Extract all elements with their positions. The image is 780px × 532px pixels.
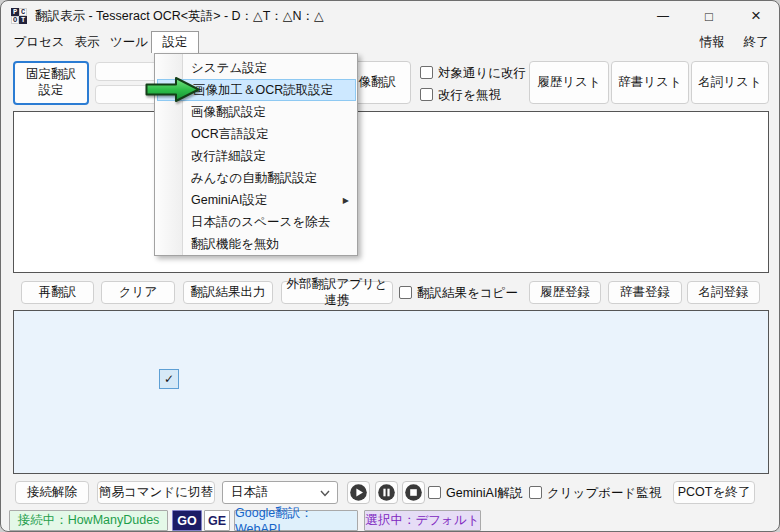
icon-letter-p: P bbox=[11, 8, 19, 16]
quit-pcot-button[interactable]: PCOTを終了 bbox=[673, 481, 755, 504]
minimize-button[interactable]: — bbox=[640, 1, 686, 31]
menu-item-ocr-language-settings[interactable]: OCR言語設定 bbox=[156, 123, 356, 145]
menu-item-linebreak-settings[interactable]: 改行詳細設定 bbox=[156, 145, 356, 167]
maximize-button[interactable]: □ bbox=[686, 1, 732, 31]
menu-item-label: システム設定 bbox=[191, 60, 267, 77]
menu-process[interactable]: プロセス bbox=[13, 31, 65, 53]
connection-status-badge: 接続中：HowManyDudes bbox=[9, 510, 168, 531]
icon-letter-c: C bbox=[19, 8, 27, 16]
dictionary-register-label: 辞書登録 bbox=[620, 285, 670, 301]
menu-bar: プロセス 表示 ツール 設定 情報 終了 bbox=[1, 31, 779, 53]
simple-command-button[interactable]: 簡易コマンドに切替 bbox=[97, 481, 215, 504]
title-bar: P C O T 翻訳表示 - Tesseract OCR<英語> - D：△T：… bbox=[1, 1, 779, 31]
selection-status-badge: 選択中：デフォルト bbox=[364, 510, 481, 531]
play-icon bbox=[350, 484, 367, 501]
clear-button[interactable]: クリア bbox=[101, 281, 175, 304]
menu-settings[interactable]: 設定 bbox=[151, 31, 199, 53]
menu-item-remove-japanese-spaces[interactable]: ✓ 日本語のスペースを除去 bbox=[156, 211, 356, 233]
clipboard-watch-checkbox[interactable] bbox=[529, 486, 542, 499]
output-result-button[interactable]: 翻訳結果出力 bbox=[183, 281, 273, 304]
history-list-button[interactable]: 履歴リスト bbox=[529, 61, 609, 104]
play-button[interactable] bbox=[347, 481, 370, 504]
simple-command-label: 簡易コマンドに切替 bbox=[99, 485, 213, 501]
language-select-value: 日本語 bbox=[231, 484, 269, 501]
noun-register-button[interactable]: 名詞登録 bbox=[687, 281, 760, 304]
submenu-arrow-icon: ▶ bbox=[343, 196, 349, 205]
fixed-translation-settings-button[interactable]: 固定翻訳 設定 bbox=[13, 61, 89, 105]
menu-tool[interactable]: ツール bbox=[107, 31, 151, 53]
menu-item-label: OCR言語設定 bbox=[191, 126, 269, 143]
clear-label: クリア bbox=[119, 285, 157, 301]
translator-status-badge: Google翻訳：WebAPI bbox=[234, 510, 358, 531]
ignore-newline-label[interactable]: 改行を無視 bbox=[438, 87, 501, 104]
wrap-as-target-checkbox[interactable] bbox=[420, 66, 433, 79]
disconnect-label: 接続解除 bbox=[27, 485, 77, 501]
dictionary-register-button[interactable]: 辞書登録 bbox=[608, 281, 682, 304]
icon-letter-t: T bbox=[19, 16, 27, 24]
disconnect-button[interactable]: 接続解除 bbox=[15, 481, 89, 504]
menu-exit[interactable]: 終了 bbox=[737, 31, 775, 53]
menu-item-label: 画像加工＆OCR読取設定 bbox=[193, 82, 333, 99]
pause-icon bbox=[378, 484, 395, 501]
quit-pcot-label: PCOTを終了 bbox=[678, 485, 751, 501]
window-title: 翻訳表示 - Tesseract OCR<英語> - D：△T：△N：△ bbox=[35, 1, 324, 31]
noun-register-label: 名詞登録 bbox=[699, 285, 749, 301]
retranslate-label: 再翻訳 bbox=[39, 285, 77, 301]
gemini-commentary-label[interactable]: GeminiAI解説 bbox=[446, 485, 522, 502]
dictionary-list-button[interactable]: 辞書リスト bbox=[611, 61, 689, 104]
menu-item-label: GeminiAI設定 bbox=[191, 192, 267, 209]
go-toggle-badge[interactable]: GO bbox=[172, 510, 202, 531]
noun-list-button[interactable]: 名詞リスト bbox=[691, 61, 769, 104]
history-list-label: 履歴リスト bbox=[537, 75, 600, 91]
retranslate-button[interactable]: 再翻訳 bbox=[21, 281, 94, 304]
menu-item-gemini-ai-settings[interactable]: GeminiAI設定 ▶ bbox=[156, 189, 356, 211]
ignore-newline-checkbox[interactable] bbox=[420, 88, 433, 101]
menu-item-label: 日本語のスペースを除去 bbox=[191, 214, 330, 231]
translation-result-area[interactable] bbox=[13, 310, 769, 474]
source-text-area[interactable] bbox=[13, 111, 769, 273]
menu-item-disable-translation[interactable]: 翻訳機能を無効 bbox=[156, 233, 356, 255]
pause-button[interactable] bbox=[375, 481, 398, 504]
minimize-icon: — bbox=[657, 9, 669, 23]
stop-button[interactable] bbox=[402, 481, 425, 504]
menu-item-label: 画像翻訳設定 bbox=[191, 104, 266, 121]
history-register-button[interactable]: 履歴登録 bbox=[529, 281, 601, 304]
dictionary-list-label: 辞書リスト bbox=[618, 75, 681, 91]
external-app-label: 外部翻訳アプリと連携 bbox=[282, 277, 392, 308]
wrap-as-target-label[interactable]: 対象通りに改行 bbox=[438, 65, 526, 82]
gemini-commentary-checkbox[interactable] bbox=[428, 486, 441, 499]
close-icon: × bbox=[751, 6, 761, 26]
fixed-translation-label-line1: 固定翻訳 bbox=[26, 67, 76, 83]
menu-item-label: 翻訳機能を無効 bbox=[191, 236, 279, 253]
history-register-label: 履歴登録 bbox=[540, 285, 590, 301]
copy-result-checkbox[interactable] bbox=[399, 286, 412, 299]
language-select[interactable]: 日本語 bbox=[222, 481, 338, 504]
clipboard-watch-label[interactable]: クリップボード監視 bbox=[547, 485, 661, 502]
green-pointer-arrow-icon bbox=[145, 76, 201, 103]
menu-item-label: みんなの自動翻訳設定 bbox=[191, 170, 317, 187]
noun-list-label: 名詞リスト bbox=[698, 75, 761, 91]
copy-result-label[interactable]: 翻訳結果をコピー bbox=[417, 285, 518, 302]
menu-info[interactable]: 情報 bbox=[693, 31, 731, 53]
output-result-label: 翻訳結果出力 bbox=[191, 285, 266, 301]
menu-view[interactable]: 表示 bbox=[67, 31, 107, 53]
ge-toggle-badge[interactable]: GE bbox=[204, 510, 230, 531]
check-icon: ✓ bbox=[159, 369, 179, 389]
menu-item-label: 改行詳細設定 bbox=[191, 148, 266, 165]
menu-item-image-translation-settings[interactable]: 画像翻訳設定 bbox=[156, 101, 356, 123]
chevron-down-icon bbox=[320, 490, 330, 497]
close-button[interactable]: × bbox=[732, 1, 780, 31]
menu-item-minna-auto-translation-settings[interactable]: みんなの自動翻訳設定 bbox=[156, 167, 356, 189]
maximize-icon: □ bbox=[705, 9, 713, 24]
app-window: P C O T 翻訳表示 - Tesseract OCR<英語> - D：△T：… bbox=[0, 0, 780, 532]
icon-letter-o: O bbox=[11, 16, 19, 24]
pcot-app-icon: P C O T bbox=[11, 8, 27, 24]
external-app-button[interactable]: 外部翻訳アプリと連携 bbox=[281, 281, 393, 304]
stop-icon bbox=[405, 484, 422, 501]
fixed-translation-label-line2: 設定 bbox=[39, 83, 64, 99]
